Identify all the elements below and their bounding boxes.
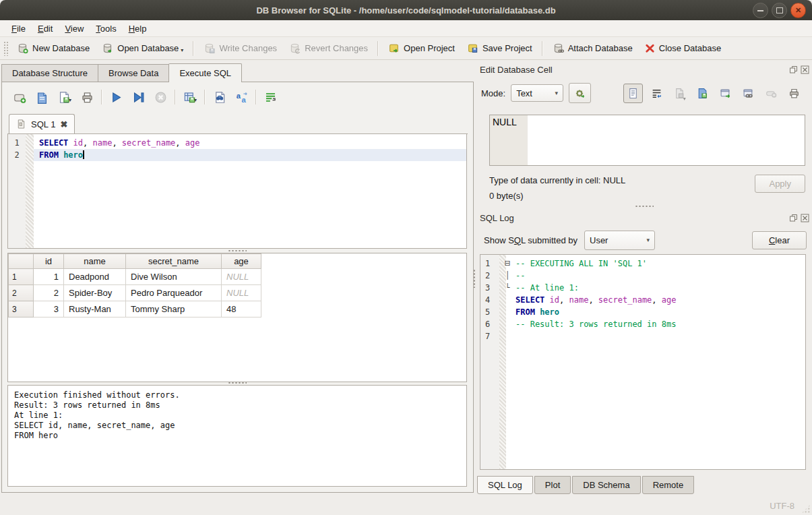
execute-current-line-button[interactable] bbox=[127, 89, 150, 106]
open-sql-file-button[interactable] bbox=[31, 89, 53, 106]
code-line[interactable]: 5FROM hero bbox=[480, 306, 805, 318]
menu-edit[interactable]: Edit bbox=[32, 22, 59, 36]
cell-edit-area[interactable] bbox=[528, 115, 805, 165]
apply-button[interactable]: Apply bbox=[755, 175, 805, 193]
print-sql-button[interactable] bbox=[76, 89, 98, 106]
open-external-button[interactable] bbox=[716, 84, 735, 102]
splitter-cell-log[interactable] bbox=[480, 204, 808, 208]
execution-message[interactable]: Execution finished without errors. Resul… bbox=[7, 385, 467, 487]
fold-marker-icon[interactable]: └ bbox=[499, 282, 516, 294]
table-cell[interactable]: 2 bbox=[34, 285, 64, 301]
tab-db-schema[interactable]: DB Schema bbox=[572, 476, 640, 494]
revert-changes-button[interactable]: Revert Changes bbox=[283, 40, 374, 57]
splitter-handle-dots bbox=[228, 382, 247, 384]
tab-database-structure[interactable]: Database Structure bbox=[1, 64, 98, 82]
auto-apply-settings-button[interactable] bbox=[569, 83, 591, 103]
tab-plot[interactable]: Plot bbox=[534, 476, 571, 494]
code-line[interactable]: 2│-- bbox=[480, 270, 805, 282]
word-wrap-button[interactable] bbox=[259, 89, 282, 106]
execute-all-button[interactable] bbox=[105, 89, 127, 106]
open-database-button[interactable]: Open Database ▾ bbox=[96, 40, 189, 57]
sql-log-view[interactable]: 1⊟-- EXECUTING ALL IN 'SQL 1'2│--3└-- At… bbox=[480, 254, 806, 470]
code-line[interactable]: 4SELECT id, name, secret_name, age bbox=[480, 294, 805, 306]
save-results-dropdown-icon[interactable]: ▾ bbox=[194, 97, 197, 103]
cell-editor[interactable]: NULL bbox=[489, 115, 805, 166]
log-filter-select[interactable]: User ▾ bbox=[584, 231, 655, 250]
code-line[interactable]: 7 bbox=[480, 330, 805, 342]
code-line[interactable]: 6-- Result: 3 rows returned in 8ms bbox=[480, 318, 805, 330]
titlebar[interactable]: DB Browser for SQLite - /home/user/code/… bbox=[0, 0, 812, 20]
save-sql-dropdown-icon[interactable]: ▾ bbox=[69, 97, 71, 103]
text-mode-button[interactable] bbox=[623, 84, 643, 103]
code-line[interactable]: 3└-- At line 1: bbox=[480, 282, 805, 294]
grid-corner[interactable] bbox=[9, 254, 34, 269]
table-cell[interactable]: Deadpond bbox=[64, 269, 126, 285]
column-header-id[interactable]: id bbox=[34, 254, 64, 269]
table-cell[interactable]: Tommy Sharp bbox=[126, 301, 222, 317]
tab-browse-data[interactable]: Browse Data bbox=[98, 64, 169, 82]
close-dock-icon[interactable] bbox=[801, 214, 809, 222]
minimize-button[interactable] bbox=[753, 3, 768, 18]
new-sql-tab-button[interactable] bbox=[9, 89, 31, 106]
table-cell[interactable]: Pedro Parqueador bbox=[126, 285, 222, 301]
tab-remote[interactable]: Remote bbox=[642, 476, 695, 494]
sql-editor[interactable]: 1SELECT id, name, secret_name, age2FROM … bbox=[7, 133, 467, 249]
table-cell[interactable]: Rusty-Man bbox=[64, 301, 126, 317]
write-changes-button[interactable]: Write Changes bbox=[197, 40, 283, 57]
close-window-button[interactable]: ✕ bbox=[790, 3, 806, 18]
set-null-button[interactable] bbox=[762, 84, 780, 102]
save-results-button[interactable]: ▾ bbox=[179, 89, 201, 106]
sql1-tab[interactable]: SQL 1 ✖ bbox=[9, 114, 75, 133]
stop-button[interactable] bbox=[150, 89, 172, 106]
table-cell[interactable]: 1 bbox=[34, 269, 64, 285]
row-number[interactable]: 2 bbox=[9, 285, 34, 301]
table-cell[interactable]: Dive Wilson bbox=[126, 269, 222, 285]
fold-marker-icon[interactable]: ⊟ bbox=[499, 258, 516, 270]
row-number[interactable]: 1 bbox=[9, 269, 34, 285]
save-project-button[interactable]: Save Project bbox=[461, 40, 538, 57]
table-cell[interactable]: NULL bbox=[222, 285, 261, 301]
print-cell-button[interactable] bbox=[785, 84, 803, 102]
find-replace-button[interactable]: aa bbox=[230, 89, 253, 106]
column-header-secret_name[interactable]: secret_name bbox=[126, 254, 222, 269]
table-cell[interactable]: 3 bbox=[34, 301, 64, 317]
menu-tools[interactable]: Tools bbox=[90, 22, 122, 36]
open-database-dropdown-icon[interactable]: ▾ bbox=[181, 47, 183, 53]
table-cell[interactable]: NULL bbox=[222, 269, 261, 285]
mode-select[interactable]: Text ▾ bbox=[511, 84, 563, 102]
sql-log-dock-header: SQL Log bbox=[480, 212, 809, 224]
tab-execute-sql[interactable]: Execute SQL bbox=[168, 63, 242, 82]
table-cell[interactable]: 48 bbox=[222, 301, 261, 317]
maximize-button[interactable] bbox=[772, 3, 787, 18]
row-number[interactable]: 3 bbox=[9, 301, 34, 317]
menu-file[interactable]: File bbox=[5, 22, 32, 36]
new-database-button[interactable]: New Database bbox=[11, 40, 96, 57]
close-database-button[interactable]: Close Database bbox=[639, 40, 728, 56]
clear-log-button[interactable]: Clear bbox=[752, 231, 807, 249]
resize-grip[interactable] bbox=[801, 504, 811, 514]
table-cell[interactable]: Spider-Boy bbox=[64, 285, 126, 301]
float-dock-icon[interactable] bbox=[789, 214, 798, 222]
column-header-age[interactable]: age bbox=[222, 254, 261, 269]
import-cell-data-button[interactable]: ▾ bbox=[670, 84, 689, 102]
export-cell-data-button[interactable] bbox=[693, 84, 712, 102]
find-button[interactable] bbox=[208, 89, 230, 106]
float-dock-icon[interactable] bbox=[789, 65, 798, 74]
code-line[interactable]: 2FROM hero bbox=[8, 149, 466, 161]
copy-link-button[interactable] bbox=[739, 84, 757, 102]
attach-database-button[interactable]: Attach Database bbox=[546, 40, 639, 57]
fold-marker-icon[interactable]: │ bbox=[499, 270, 516, 282]
code-line[interactable]: 1SELECT id, name, secret_name, age bbox=[8, 137, 466, 149]
menu-help[interactable]: Help bbox=[123, 22, 153, 36]
column-header-name[interactable]: name bbox=[64, 254, 126, 269]
close-dock-icon[interactable] bbox=[801, 65, 809, 74]
word-wrap-cell-button[interactable] bbox=[648, 84, 666, 102]
save-sql-file-button[interactable]: ▾ bbox=[53, 89, 76, 106]
menu-view[interactable]: View bbox=[59, 22, 90, 36]
code-line[interactable]: 1⊟-- EXECUTING ALL IN 'SQL 1' bbox=[480, 258, 805, 270]
toolbar-handle[interactable] bbox=[3, 41, 9, 56]
open-project-button[interactable]: Open Project bbox=[382, 40, 461, 57]
code-text: -- Result: 3 rows returned in 8ms bbox=[516, 318, 805, 330]
tab-sql-log[interactable]: SQL Log bbox=[477, 476, 533, 494]
close-tab-icon[interactable]: ✖ bbox=[60, 119, 67, 129]
